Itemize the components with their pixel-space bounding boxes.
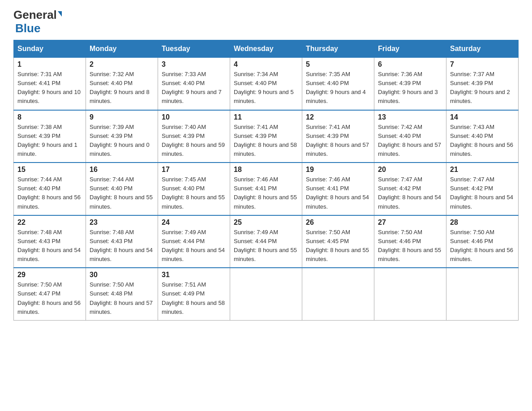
day-info: Sunrise: 7:47 AMSunset: 4:42 PMDaylight:…: [450, 175, 515, 211]
weekday-header-saturday: Saturday: [446, 40, 519, 58]
day-info: Sunrise: 7:49 AMSunset: 4:44 PMDaylight:…: [234, 228, 298, 264]
calendar-cell: 13Sunrise: 7:42 AMSunset: 4:40 PMDayligh…: [374, 110, 446, 163]
weekday-header-friday: Friday: [374, 40, 446, 58]
day-info: Sunrise: 7:48 AMSunset: 4:43 PMDaylight:…: [17, 228, 82, 264]
day-info: Sunrise: 7:50 AMSunset: 4:47 PMDaylight:…: [17, 280, 82, 317]
weekday-header-row: SundayMondayTuesdayWednesdayThursdayFrid…: [14, 40, 519, 58]
day-number: 20: [378, 166, 442, 174]
calendar-cell: 30Sunrise: 7:50 AMSunset: 4:48 PMDayligh…: [86, 268, 158, 320]
calendar-cell: [446, 268, 519, 320]
day-number: 21: [450, 166, 515, 174]
day-number: 25: [234, 218, 298, 227]
calendar-cell: 8Sunrise: 7:38 AMSunset: 4:39 PMDaylight…: [14, 110, 86, 163]
weekday-header-monday: Monday: [86, 40, 158, 58]
calendar-table: SundayMondayTuesdayWednesdayThursdayFrid…: [13, 40, 519, 321]
calendar-cell: 19Sunrise: 7:46 AMSunset: 4:41 PMDayligh…: [302, 163, 374, 215]
day-number: 28: [450, 218, 515, 227]
day-info: Sunrise: 7:32 AMSunset: 4:40 PMDaylight:…: [90, 70, 154, 106]
day-info: Sunrise: 7:50 AMSunset: 4:46 PMDaylight:…: [378, 228, 442, 264]
day-info: Sunrise: 7:46 AMSunset: 4:41 PMDaylight:…: [234, 175, 298, 211]
day-info: Sunrise: 7:37 AMSunset: 4:39 PMDaylight:…: [450, 70, 515, 106]
calendar-cell: 24Sunrise: 7:49 AMSunset: 4:44 PMDayligh…: [158, 215, 230, 268]
calendar-cell: 7Sunrise: 7:37 AMSunset: 4:39 PMDaylight…: [446, 57, 519, 110]
calendar-cell: 28Sunrise: 7:50 AMSunset: 4:46 PMDayligh…: [446, 215, 519, 268]
week-row-1: 1Sunrise: 7:31 AMSunset: 4:41 PMDaylight…: [14, 57, 519, 110]
calendar-cell: 14Sunrise: 7:43 AMSunset: 4:40 PMDayligh…: [446, 110, 519, 163]
day-info: Sunrise: 7:46 AMSunset: 4:41 PMDaylight:…: [306, 175, 370, 211]
day-number: 1: [17, 60, 82, 68]
day-number: 26: [306, 218, 370, 227]
day-info: Sunrise: 7:33 AMSunset: 4:40 PMDaylight:…: [162, 70, 226, 106]
calendar-cell: [302, 268, 374, 320]
day-info: Sunrise: 7:43 AMSunset: 4:40 PMDaylight:…: [450, 123, 515, 159]
week-row-5: 29Sunrise: 7:50 AMSunset: 4:47 PMDayligh…: [14, 268, 519, 320]
day-info: Sunrise: 7:42 AMSunset: 4:40 PMDaylight:…: [378, 123, 442, 159]
day-info: Sunrise: 7:44 AMSunset: 4:40 PMDaylight:…: [17, 175, 82, 211]
calendar-cell: 29Sunrise: 7:50 AMSunset: 4:47 PMDayligh…: [14, 268, 86, 320]
day-info: Sunrise: 7:38 AMSunset: 4:39 PMDaylight:…: [17, 123, 82, 159]
weekday-header-sunday: Sunday: [14, 40, 86, 58]
calendar-cell: 23Sunrise: 7:48 AMSunset: 4:43 PMDayligh…: [86, 215, 158, 268]
day-info: Sunrise: 7:50 AMSunset: 4:48 PMDaylight:…: [90, 280, 154, 317]
day-number: 24: [162, 218, 226, 227]
day-number: 10: [162, 113, 226, 121]
day-number: 16: [90, 166, 154, 174]
day-number: 18: [234, 166, 298, 174]
day-info: Sunrise: 7:47 AMSunset: 4:42 PMDaylight:…: [378, 175, 442, 211]
day-info: Sunrise: 7:31 AMSunset: 4:41 PMDaylight:…: [17, 70, 82, 106]
day-number: 12: [306, 113, 370, 121]
calendar-cell: 4Sunrise: 7:34 AMSunset: 4:40 PMDaylight…: [230, 57, 302, 110]
day-info: Sunrise: 7:36 AMSunset: 4:39 PMDaylight:…: [378, 70, 442, 106]
calendar-cell: 3Sunrise: 7:33 AMSunset: 4:40 PMDaylight…: [158, 57, 230, 110]
day-number: 4: [234, 60, 298, 68]
day-number: 7: [450, 60, 515, 68]
calendar-cell: 6Sunrise: 7:36 AMSunset: 4:39 PMDaylight…: [374, 57, 446, 110]
day-info: Sunrise: 7:39 AMSunset: 4:39 PMDaylight:…: [90, 123, 154, 159]
logo-blue: Blue: [15, 21, 40, 35]
day-number: 8: [17, 113, 82, 121]
day-number: 2: [90, 60, 154, 68]
calendar-cell: 12Sunrise: 7:41 AMSunset: 4:39 PMDayligh…: [302, 110, 374, 163]
day-info: Sunrise: 7:40 AMSunset: 4:39 PMDaylight:…: [162, 123, 226, 159]
calendar-cell: 31Sunrise: 7:51 AMSunset: 4:49 PMDayligh…: [158, 268, 230, 320]
calendar-cell: 25Sunrise: 7:49 AMSunset: 4:44 PMDayligh…: [230, 215, 302, 268]
day-number: 30: [90, 271, 154, 279]
calendar-cell: 15Sunrise: 7:44 AMSunset: 4:40 PMDayligh…: [14, 163, 86, 215]
calendar-cell: 5Sunrise: 7:35 AMSunset: 4:40 PMDaylight…: [302, 57, 374, 110]
day-info: Sunrise: 7:48 AMSunset: 4:43 PMDaylight:…: [90, 228, 154, 264]
day-info: Sunrise: 7:41 AMSunset: 4:39 PMDaylight:…: [234, 123, 298, 159]
day-number: 5: [306, 60, 370, 68]
day-number: 23: [90, 218, 154, 227]
day-number: 6: [378, 60, 442, 68]
day-info: Sunrise: 7:49 AMSunset: 4:44 PMDaylight:…: [162, 228, 226, 264]
day-number: 11: [234, 113, 298, 121]
week-row-2: 8Sunrise: 7:38 AMSunset: 4:39 PMDaylight…: [14, 110, 519, 163]
day-info: Sunrise: 7:51 AMSunset: 4:49 PMDaylight:…: [162, 280, 226, 317]
calendar-cell: [230, 268, 302, 320]
calendar-cell: 17Sunrise: 7:45 AMSunset: 4:40 PMDayligh…: [158, 163, 230, 215]
day-number: 22: [17, 218, 82, 227]
calendar-cell: 18Sunrise: 7:46 AMSunset: 4:41 PMDayligh…: [230, 163, 302, 215]
logo-triangle-icon: [58, 11, 62, 17]
page-header: General Blue: [13, 9, 519, 35]
logo-general: General: [13, 9, 57, 21]
day-number: 17: [162, 166, 226, 174]
calendar-cell: 2Sunrise: 7:32 AMSunset: 4:40 PMDaylight…: [86, 57, 158, 110]
day-number: 9: [90, 113, 154, 121]
day-number: 15: [17, 166, 82, 174]
day-number: 13: [378, 113, 442, 121]
day-info: Sunrise: 7:44 AMSunset: 4:40 PMDaylight:…: [90, 175, 154, 211]
calendar-cell: 1Sunrise: 7:31 AMSunset: 4:41 PMDaylight…: [14, 57, 86, 110]
weekday-header-tuesday: Tuesday: [158, 40, 230, 58]
calendar-cell: 21Sunrise: 7:47 AMSunset: 4:42 PMDayligh…: [446, 163, 519, 215]
logo: General Blue: [13, 9, 62, 35]
calendar-cell: 16Sunrise: 7:44 AMSunset: 4:40 PMDayligh…: [86, 163, 158, 215]
week-row-3: 15Sunrise: 7:44 AMSunset: 4:40 PMDayligh…: [14, 163, 519, 215]
weekday-header-wednesday: Wednesday: [230, 40, 302, 58]
day-info: Sunrise: 7:41 AMSunset: 4:39 PMDaylight:…: [306, 123, 370, 159]
calendar-cell: 20Sunrise: 7:47 AMSunset: 4:42 PMDayligh…: [374, 163, 446, 215]
calendar-cell: 10Sunrise: 7:40 AMSunset: 4:39 PMDayligh…: [158, 110, 230, 163]
day-number: 31: [162, 271, 226, 279]
calendar-cell: 11Sunrise: 7:41 AMSunset: 4:39 PMDayligh…: [230, 110, 302, 163]
week-row-4: 22Sunrise: 7:48 AMSunset: 4:43 PMDayligh…: [14, 215, 519, 268]
